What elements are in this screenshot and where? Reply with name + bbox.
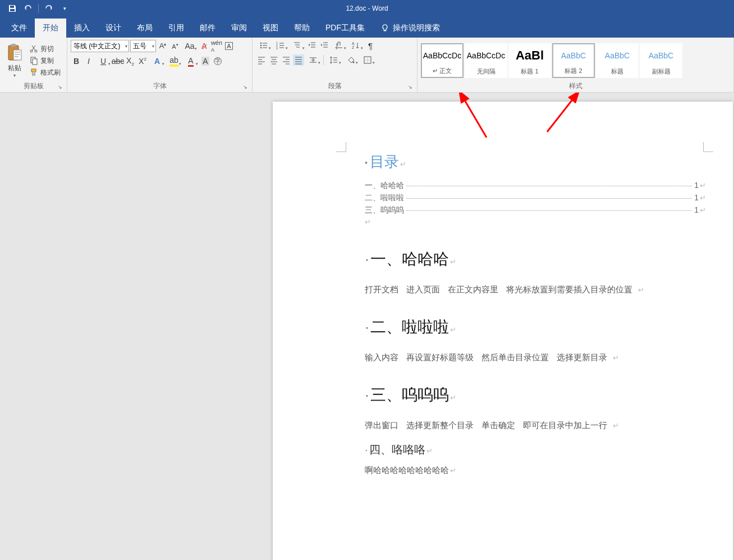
- title-bar: ▾ 12.doc - Word: [0, 0, 734, 16]
- strike-button[interactable]: abc: [112, 56, 123, 67]
- align-justify-button[interactable]: [293, 54, 304, 66]
- save-icon: [8, 4, 17, 13]
- clipboard-launcher[interactable]: ↘: [57, 84, 63, 91]
- line-spacing-button[interactable]: ▾: [326, 54, 342, 66]
- paragraph-launcher[interactable]: ↘: [407, 84, 414, 91]
- superscript-button[interactable]: X2: [137, 56, 148, 67]
- save-button[interactable]: [4, 2, 20, 15]
- indent-icon: [320, 41, 329, 50]
- style-item-1[interactable]: AaBbCcDc无间隔: [465, 43, 507, 78]
- toc-entry[interactable]: 二、啦啦啦1↵: [365, 193, 706, 203]
- svg-rect-7: [31, 69, 36, 72]
- subscript-button[interactable]: X2: [125, 56, 136, 67]
- body-text[interactable]: 弹出窗口选择更新整个目录单击确定即可在目录中加上一行 ↵: [365, 420, 706, 431]
- copy-button[interactable]: 复制: [28, 56, 62, 66]
- tab-design[interactable]: 设计: [98, 19, 129, 38]
- font-color-button[interactable]: A▾: [183, 56, 199, 67]
- paste-button[interactable]: 粘贴 ▾: [3, 42, 26, 79]
- margin-mark-tl: [336, 142, 346, 152]
- style-preview: AaBl: [516, 44, 544, 67]
- scissors-icon: [29, 44, 38, 53]
- redo-button[interactable]: [41, 2, 57, 15]
- tab-review[interactable]: 审阅: [223, 19, 255, 38]
- distribute-button[interactable]: ▾: [305, 54, 321, 66]
- heading-4[interactable]: 四、咯咯咯↵: [365, 442, 706, 457]
- borders-button[interactable]: ▾: [360, 54, 375, 66]
- tab-view[interactable]: 视图: [255, 19, 286, 38]
- format-painter-button[interactable]: 格式刷: [28, 67, 62, 78]
- tab-insert[interactable]: 插入: [66, 19, 98, 38]
- heading-2[interactable]: 二、啦啦啦↵: [365, 316, 706, 338]
- style-item-4[interactable]: AaBbC标题: [596, 43, 639, 78]
- font-size-combo[interactable]: 五号▾: [130, 40, 156, 52]
- style-item-2[interactable]: AaBl标题 1: [508, 43, 551, 78]
- toc-entry[interactable]: 三、呜呜呜1↵: [365, 205, 706, 215]
- margin-mark-tr: [703, 142, 713, 152]
- tell-me-search[interactable]: 操作说明搜索: [373, 19, 448, 38]
- style-preview: AaBbCcDc: [467, 44, 505, 67]
- group-font: 等线 (中文正文)▾ 五号▾ A▴ A▾ Aa▾ A̷ wénA A B I U…: [67, 38, 253, 92]
- clear-format-button[interactable]: A̷: [199, 40, 210, 52]
- decrease-font-button[interactable]: A▾: [169, 40, 181, 52]
- group-styles: AaBbCcDc↵ 正文AaBbCcDc无间隔AaBl标题 1AaBbC标题 2…: [418, 38, 734, 92]
- body-text[interactable]: 输入内容再设置好标题等级然后单击目录位置选择更新目录 ↵: [365, 352, 706, 363]
- toc-entry[interactable]: 一、哈哈哈1↵: [365, 181, 706, 191]
- font-name-combo[interactable]: 等线 (中文正文)▾: [71, 40, 129, 52]
- change-case-button[interactable]: Aa▾: [182, 40, 198, 52]
- decrease-indent-button[interactable]: [306, 40, 318, 51]
- bullet-list-button[interactable]: ▾: [256, 40, 272, 51]
- shading-button[interactable]: ▾: [343, 54, 359, 66]
- tab-layout[interactable]: 布局: [129, 19, 160, 38]
- multilevel-icon: [293, 41, 302, 50]
- align-left-button[interactable]: [256, 54, 267, 66]
- body-text[interactable]: 啊哈哈哈哈哈哈哈哈哈↵: [365, 465, 706, 476]
- tab-help[interactable]: 帮助: [286, 19, 318, 38]
- char-border-button[interactable]: A: [223, 40, 235, 52]
- tab-home[interactable]: 开始: [35, 19, 66, 38]
- group-label-font: 字体 ↘: [71, 81, 249, 91]
- italic-button[interactable]: I: [83, 56, 94, 67]
- svg-rect-2: [13, 50, 21, 60]
- bold-button[interactable]: B: [71, 56, 82, 67]
- highlight-button[interactable]: ab▾: [166, 56, 182, 67]
- cut-button[interactable]: 剪切: [28, 44, 62, 54]
- style-item-3[interactable]: AaBbC标题 2: [552, 43, 595, 78]
- style-item-0[interactable]: AaBbCcDc↵ 正文: [421, 43, 464, 78]
- heading-1[interactable]: 一、哈哈哈↵: [365, 249, 706, 270]
- border-icon: [363, 56, 372, 65]
- enclose-char-button[interactable]: 字: [212, 56, 223, 67]
- style-item-5[interactable]: AaBbC副标题: [640, 43, 682, 78]
- tab-references[interactable]: 引用: [160, 19, 192, 38]
- increase-font-button[interactable]: A▴: [157, 40, 168, 52]
- sort-button[interactable]: AZ▾: [348, 40, 364, 51]
- document-workspace[interactable]: 目录↵ 一、哈哈哈1↵二、啦啦啦1↵三、呜呜呜1↵ ↵ 一、哈哈哈↵打开文档进入…: [0, 93, 734, 560]
- number-icon: 123: [276, 41, 285, 50]
- phonetic-button[interactable]: wénA: [211, 40, 222, 52]
- document-page[interactable]: 目录↵ 一、哈哈哈1↵二、啦啦啦1↵三、呜呜呜1↵ ↵ 一、哈哈哈↵打开文档进入…: [273, 102, 733, 560]
- body-text[interactable]: 打开文档进入页面在正文内容里将光标放置到需要插入目录的位置 ↵: [365, 284, 706, 295]
- align-right-button[interactable]: [281, 54, 292, 66]
- separator: [323, 55, 324, 65]
- heading-3[interactable]: 三、呜呜呜↵: [365, 384, 706, 406]
- align-center-button[interactable]: [268, 54, 279, 66]
- qat-customize-button[interactable]: ▾: [57, 2, 72, 15]
- undo-icon: [24, 4, 33, 13]
- number-list-button[interactable]: 123▾: [273, 40, 288, 51]
- show-marks-button[interactable]: ¶: [365, 40, 376, 51]
- toc-title[interactable]: 目录↵: [365, 152, 706, 172]
- svg-text:3: 3: [276, 47, 278, 50]
- font-launcher[interactable]: ↘: [242, 84, 249, 91]
- underline-button[interactable]: U▾: [95, 56, 111, 67]
- char-shading-button[interactable]: A: [200, 56, 211, 67]
- ltr-button[interactable]: ▾: [331, 40, 347, 51]
- text-effects-button[interactable]: A▾: [149, 56, 165, 67]
- lightbulb-icon: [380, 24, 389, 33]
- increase-indent-button[interactable]: [319, 40, 330, 51]
- align-justify-icon: [294, 56, 303, 65]
- style-name: 标题: [611, 67, 623, 77]
- tab-mailings[interactable]: 邮件: [192, 19, 223, 38]
- tab-pdf[interactable]: PDF工具集: [318, 19, 373, 38]
- multilevel-list-button[interactable]: ▾: [290, 40, 305, 51]
- undo-button[interactable]: [20, 2, 36, 15]
- tab-file[interactable]: 文件: [3, 19, 35, 38]
